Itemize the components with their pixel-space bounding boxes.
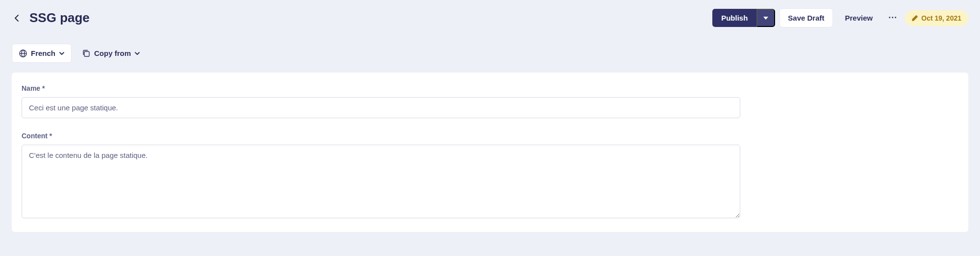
form-card: Name * Content * xyxy=(12,73,968,232)
date-text: Oct 19, 2021 xyxy=(921,14,961,22)
preview-button[interactable]: Preview xyxy=(837,9,881,27)
copy-icon xyxy=(82,50,90,57)
content-textarea[interactable] xyxy=(22,145,740,218)
language-selector[interactable]: French xyxy=(12,44,72,63)
date-badge: Oct 19, 2021 xyxy=(905,10,968,26)
publish-dropdown-button[interactable] xyxy=(756,9,775,27)
language-label: French xyxy=(31,49,55,57)
globe-icon xyxy=(19,50,27,57)
chevron-down-icon xyxy=(59,52,64,55)
pencil-icon xyxy=(912,15,918,21)
more-actions-button[interactable]: ··· xyxy=(885,8,900,28)
publish-button[interactable]: Publish xyxy=(712,9,756,27)
chevron-left-icon xyxy=(14,15,19,22)
back-button[interactable] xyxy=(12,13,22,23)
name-label: Name * xyxy=(22,84,740,92)
copy-from-button[interactable]: Copy from xyxy=(79,44,143,62)
caret-down-icon xyxy=(763,17,768,20)
page-title: SSG page xyxy=(29,10,90,26)
ellipsis-icon: ··· xyxy=(888,13,897,23)
chevron-down-icon xyxy=(135,52,140,55)
content-label: Content * xyxy=(22,132,740,140)
name-input[interactable] xyxy=(22,97,740,118)
save-draft-button[interactable]: Save Draft xyxy=(780,9,832,27)
svg-rect-3 xyxy=(84,51,89,56)
copy-from-label: Copy from xyxy=(94,49,131,57)
